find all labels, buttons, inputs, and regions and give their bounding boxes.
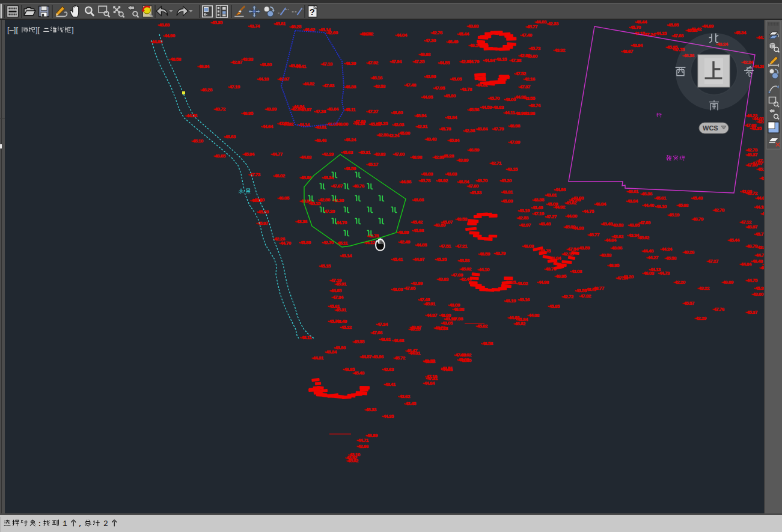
- svg-text:][: ][: [35, 25, 40, 34]
- svg-text:[–][: [–][: [7, 25, 18, 34]
- svg-text:?: ?: [310, 7, 315, 17]
- svg-text:,: ,: [78, 519, 83, 528]
- svg-text:]: ]: [72, 25, 74, 34]
- svg-text::: :: [37, 519, 42, 528]
- svg-text:2: 2: [103, 519, 108, 528]
- svg-text:1: 1: [63, 519, 67, 528]
- svg-text:WCS: WCS: [703, 124, 718, 132]
